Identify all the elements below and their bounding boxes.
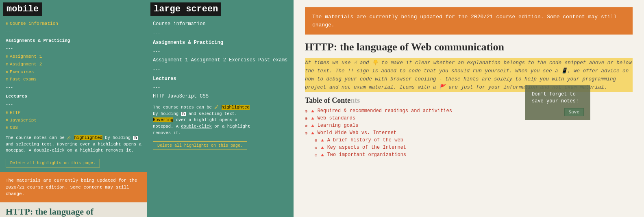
mobile-nav-assignment2[interactable]: Assignment 2: [6, 61, 141, 68]
large-nav-assignments-title: Assignments & Practicing: [153, 39, 288, 48]
mobile-nav-css[interactable]: CSS: [6, 124, 141, 132]
large-nav-sep3: ---: [153, 66, 288, 73]
large-nav-exercises[interactable]: Exercises: [229, 57, 255, 63]
mobile-nav-sep1: ---: [6, 28, 141, 35]
mobile-nav-course-info[interactable]: Course information: [6, 20, 141, 28]
mobile-nav-javascript[interactable]: JavaScript: [6, 117, 141, 124]
toc-arrow-icon-6: 🔺: [320, 145, 325, 150]
large-delete-highlights-button[interactable]: Delete all highlights on this page.: [153, 141, 247, 150]
large-nav-css[interactable]: CSS: [200, 93, 209, 99]
large-nav-javascript[interactable]: JavaScript: [168, 93, 197, 99]
large-screen-panel: large screen Course information --- Assi…: [147, 0, 294, 217]
toc-sub-item-2[interactable]: 🔺 Key aspects of the Internet: [305, 145, 633, 150]
large-nav-past-exams[interactable]: Past exams: [258, 57, 287, 63]
mobile-nav-exercises[interactable]: Exercises: [6, 68, 141, 76]
tooltip-text: Don't forget to save your notes!: [532, 91, 584, 105]
mobile-nav-assignment1[interactable]: Assignment 1: [6, 53, 141, 61]
mobile-nav-http[interactable]: HTTP: [6, 109, 141, 117]
tooltip-overlay: Don't forget to save your notes! Save: [525, 85, 590, 120]
mobile-label: mobile: [0, 0, 147, 18]
mobile-panel: mobile Course information --- Assignment…: [0, 0, 147, 217]
large-nav-assignment1[interactable]: Assignment 1: [153, 57, 188, 63]
toc-arrow-icon-5: 🔺: [320, 138, 325, 143]
main-content-panel: The materials are currently being update…: [294, 0, 644, 217]
mobile-nav-sep4: ---: [6, 101, 141, 108]
large-highlight-note: The course notes can be 🖊 highlighted by…: [153, 104, 288, 137]
toc-sub-item-3[interactable]: 🔺 Two important organizations: [305, 152, 633, 158]
mobile-orange-banner: The materials are currently being update…: [0, 172, 147, 202]
toc-arrow-icon-2: 🔺: [310, 116, 315, 121]
large-nav-lectures-title: Lectures: [153, 75, 288, 84]
large-nav-assignment2[interactable]: Assignment 2: [191, 57, 226, 63]
mobile-nav-past-exams[interactable]: Past exams: [6, 76, 141, 83]
toc-arrow-icon-7: 🔺: [320, 152, 325, 158]
mobile-highlight-note: The course notes can be 🖊 highlighted by…: [6, 135, 141, 154]
toc-arrow-icon-3: 🔺: [310, 123, 315, 128]
large-nav-sep2: ---: [153, 48, 288, 55]
mobile-delete-highlights-button[interactable]: Delete all highlights on this page.: [6, 159, 100, 167]
large-screen-label: large screen: [147, 0, 294, 18]
mobile-nav-lectures-title: Lectures: [6, 93, 141, 100]
mobile-nav-assignments-title: Assignments & Practicing: [6, 37, 141, 45]
tooltip-save-button[interactable]: Save: [564, 108, 584, 116]
toc-arrow-icon-4: 🔺: [310, 130, 315, 136]
mobile-nav-sep3: ---: [6, 84, 141, 91]
mobile-nav: Course information --- Assignments & Pra…: [0, 18, 147, 169]
main-title: HTTP: the language of Web communication: [305, 41, 633, 53]
large-nav-course-info[interactable]: Course information: [153, 21, 206, 27]
main-orange-banner: The materials are currently being update…: [305, 7, 633, 35]
toc-item-4[interactable]: 🔺 World Wide Web vs. Internet: [305, 130, 633, 136]
toc-sub-item-1[interactable]: 🔺 A brief history of the web: [305, 137, 633, 143]
large-nav-sep1: ---: [153, 30, 288, 37]
large-screen-nav: Course information --- Assignments & Pra…: [147, 18, 294, 152]
large-nav-http[interactable]: HTTP: [153, 93, 165, 99]
mobile-page-title: HTTP: the language of W...: [0, 202, 147, 217]
toc-item-3[interactable]: 🔺 Learning goals: [305, 123, 633, 128]
mobile-nav-sep2: ---: [6, 45, 141, 52]
large-nav-sep4: ---: [153, 84, 288, 91]
toc-arrow-icon-1: 🔺: [310, 108, 315, 114]
